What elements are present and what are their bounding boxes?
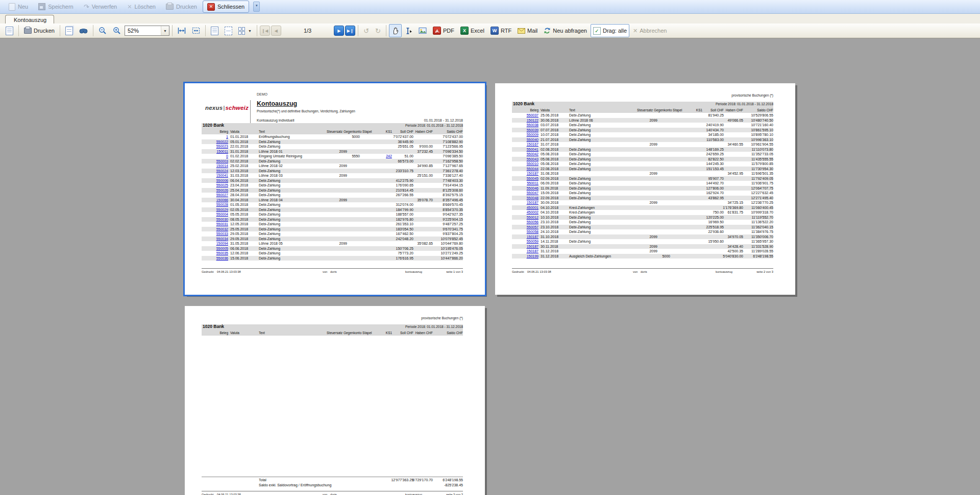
beleg-link[interactable]: 150199	[512, 254, 538, 259]
beleg-link[interactable]: 550044	[512, 167, 538, 172]
beleg-link[interactable]: 550057	[512, 225, 538, 230]
zoom-in-button[interactable]	[110, 24, 124, 37]
beleg-link[interactable]: 550011	[512, 181, 538, 186]
preview-area[interactable]: DEMO nexus|schweiz Kontoauszug Provisori…	[0, 38, 980, 495]
page-setup-button[interactable]	[3, 24, 16, 37]
zoom-level-combobox[interactable]: 52% ▼	[125, 26, 169, 36]
next-page-button[interactable]: ▶	[334, 26, 344, 36]
cell-saldo: 11'136'522.20	[731, 220, 773, 225]
beleg-link[interactable]: 550033	[202, 231, 228, 237]
single-page-view-button[interactable]	[208, 24, 221, 37]
last-page-button[interactable]: ▶❙	[345, 26, 355, 36]
export-pdf-button[interactable]: PDF	[430, 24, 457, 37]
export-rtf-button[interactable]: W RTF	[488, 24, 514, 37]
beleg-link[interactable]: 550056	[512, 220, 538, 225]
beleg-link[interactable]: 450002	[512, 210, 538, 215]
logo-separator: |	[223, 105, 225, 111]
cell-soll: 82'822.50	[685, 157, 724, 162]
printed-timestamp: 04.06.21 13:03:38	[527, 270, 551, 273]
beleg-link[interactable]: 550028	[202, 202, 228, 207]
beleg-link[interactable]: 550037	[512, 113, 538, 118]
beleg-link[interactable]: 550032	[202, 227, 228, 232]
beleg-link[interactable]: 150187	[512, 200, 538, 205]
print-preview-button[interactable]: Drucken	[21, 24, 57, 37]
beleg-link[interactable]: 550024	[202, 169, 228, 174]
beleg-link[interactable]: 550026	[202, 188, 228, 193]
beleg-link[interactable]: 550023	[202, 144, 228, 149]
report-page-1[interactable]: DEMO nexus|schweiz Kontoauszug Provisori…	[185, 83, 485, 295]
beleg-link[interactable]: 150066	[202, 198, 228, 203]
beleg-link[interactable]: 550042	[512, 152, 538, 157]
print-button: Drucken	[161, 1, 202, 13]
mail-icon	[518, 28, 525, 34]
report-name: kontoauszug	[405, 270, 422, 273]
requery-button[interactable]: Neu abfragen	[541, 24, 590, 37]
beleg-link[interactable]: 550036	[202, 256, 228, 261]
export-excel-button[interactable]: X Excel	[458, 24, 487, 37]
cell-soll: 34'185.00	[685, 132, 724, 137]
beleg-link[interactable]: 550006	[202, 178, 228, 183]
beleg-link[interactable]: 550025	[202, 183, 228, 188]
send-mail-button[interactable]: Mail	[515, 24, 540, 37]
beleg-link[interactable]: 550045	[512, 176, 538, 181]
beleg-link[interactable]: 150187	[512, 249, 538, 254]
cell-saldo: 12'064'707.75	[731, 186, 773, 191]
fit-width-button[interactable]	[175, 24, 188, 37]
beleg-link[interactable]: 150187	[512, 244, 538, 249]
drag-all-toggle[interactable]: ✓ Drag: alle	[591, 24, 629, 37]
beleg-link[interactable]: 550048	[512, 196, 538, 201]
beleg-link[interactable]: 550058	[512, 229, 538, 234]
continuous-view-button[interactable]	[222, 24, 235, 37]
report-page-3[interactable]: provisorische Buchungen (*) 1020 Bank Pe…	[185, 306, 485, 495]
close-button[interactable]: ✕ Schliessen	[203, 1, 249, 13]
cell-steuersatz: 2099	[637, 244, 657, 249]
beleg-link[interactable]: 0	[202, 154, 228, 159]
cell-text: Ausgleich Debi-Zahlungen	[569, 254, 611, 259]
beleg-link[interactable]: 550010	[512, 161, 538, 167]
beleg-link[interactable]: 1	[202, 134, 228, 139]
fit-page-button[interactable]	[189, 24, 203, 37]
zoom-out-button[interactable]	[96, 24, 109, 37]
beleg-link[interactable]: 550022	[202, 139, 228, 145]
beleg-link[interactable]: 150187	[512, 171, 538, 176]
beleg-link[interactable]: 550041	[512, 147, 538, 152]
beleg-link[interactable]: 450001	[512, 205, 538, 210]
beleg-link[interactable]: 550047	[512, 191, 538, 196]
find-button[interactable]	[77, 24, 90, 37]
report-page-2[interactable]: provisorische Buchungen (*) 1020 Bank Pe…	[495, 83, 795, 295]
beleg-link[interactable]: 550029	[202, 207, 228, 213]
chevron-down-icon[interactable]: ▼	[161, 26, 169, 35]
beleg-link[interactable]: 550003	[202, 159, 228, 164]
beleg-link[interactable]: 150014	[202, 163, 228, 169]
beleg-link[interactable]: 550059	[512, 239, 538, 244]
beleg-link[interactable]: 150187	[512, 234, 538, 240]
tab-kontoauszug[interactable]: Kontoauszug	[5, 15, 54, 24]
copy-button[interactable]	[63, 24, 76, 37]
toolbar-overflow-button[interactable]: ▾	[253, 2, 260, 12]
beleg-link[interactable]: 550005	[202, 246, 228, 251]
beleg-link[interactable]: 550004	[202, 212, 228, 217]
beleg-link[interactable]: 550034	[202, 237, 228, 242]
multi-page-view-button[interactable]: ▼	[236, 24, 254, 37]
beleg-link[interactable]: 550027	[202, 193, 228, 198]
beleg-link[interactable]: 550043	[512, 157, 538, 162]
cell-valuta: 31.07.2018	[541, 142, 558, 147]
beleg-link[interactable]: 550046	[512, 186, 538, 191]
cell-valuta: 29.05.2018	[230, 237, 248, 242]
beleg-link[interactable]: 150167	[512, 142, 538, 147]
beleg-link[interactable]: 150011	[202, 149, 228, 154]
hand-tool-button[interactable]	[389, 24, 402, 37]
beleg-link[interactable]: 150094	[202, 241, 228, 246]
beleg-link[interactable]: 550035	[202, 251, 228, 256]
snapshot-tool-button[interactable]	[416, 24, 429, 37]
text-select-tool-button[interactable]	[403, 24, 415, 37]
beleg-link[interactable]: 550038	[512, 123, 538, 128]
beleg-link[interactable]: 150041	[202, 173, 228, 178]
beleg-link[interactable]: 550040	[512, 137, 538, 143]
beleg-link[interactable]: 550030	[202, 217, 228, 222]
beleg-link[interactable]: 550031	[202, 222, 228, 227]
beleg-link[interactable]: 550012	[512, 215, 538, 220]
beleg-link[interactable]: 150122	[512, 118, 538, 123]
beleg-link[interactable]: 550009	[512, 132, 538, 137]
beleg-link[interactable]: 550039	[512, 128, 538, 133]
